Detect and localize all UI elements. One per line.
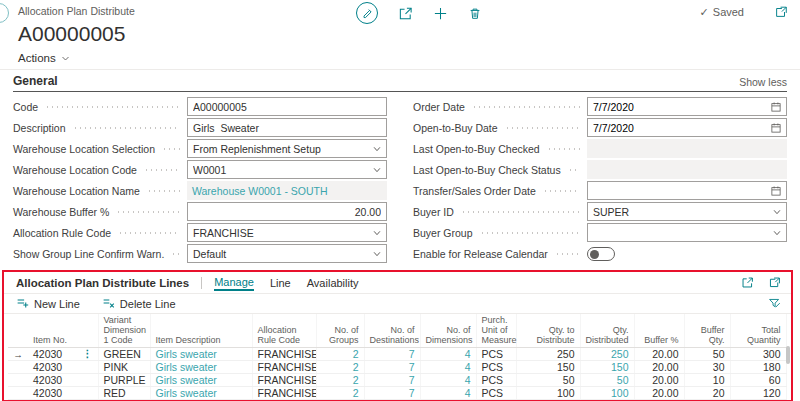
cell-buffer-qty[interactable]: 10	[684, 374, 730, 387]
cell-allocation-rule-code[interactable]: FRANCHISE	[252, 374, 316, 387]
column-header-no-of-dimensions[interactable]: No. of Dimensions	[420, 314, 476, 348]
calendar-icon[interactable]	[770, 122, 782, 134]
column-header-qty-distributed[interactable]: Qty. Distributed	[580, 314, 634, 348]
cell-total-quantity[interactable]: 180	[730, 361, 786, 374]
cell-purch-unit-of-measure[interactable]: PCS	[476, 374, 516, 387]
cell-no-of-destinations[interactable]: 7	[364, 361, 420, 374]
column-header-total-quantity[interactable]: Total Quantity	[730, 314, 786, 348]
cell-variant-dimension-1-code[interactable]: GREEN	[98, 348, 150, 361]
warehouse-location-name-link[interactable]: Warehouse W0001 - SOUTH	[192, 185, 328, 197]
column-header-allocation-rule-code[interactable]: Allocation Rule Code	[252, 314, 316, 348]
show-less-link[interactable]: Show less	[739, 76, 787, 91]
delete-line-button[interactable]: Delete Line	[102, 296, 176, 311]
cell-qty-distributed[interactable]: 50	[580, 374, 634, 387]
cell-no-of-dimensions[interactable]: 4	[420, 348, 476, 361]
open-to-buy-date-input[interactable]	[588, 122, 770, 134]
cell-variant-dimension-1-code[interactable]: RED	[98, 387, 150, 400]
cell-qty-to-distribute[interactable]: 100	[516, 387, 580, 400]
filter-icon[interactable]	[768, 297, 781, 310]
edit-button[interactable]	[356, 2, 378, 24]
buyer-id-select[interactable]: SUPER	[587, 202, 787, 221]
cell-no-of-groups[interactable]: 2	[316, 361, 364, 374]
cell-qty-distributed[interactable]: 150	[580, 361, 634, 374]
cell-allocation-rule-code[interactable]: FRANCHISE	[252, 348, 316, 361]
row-selector-cell[interactable]	[8, 387, 28, 400]
cell-total-quantity[interactable]: 60	[730, 374, 786, 387]
cell-total-quantity[interactable]: 120	[730, 387, 786, 400]
cell-no-of-dimensions[interactable]: 4	[420, 374, 476, 387]
cell-buffer-qty[interactable]: 50	[684, 348, 730, 361]
cell-variant-dimension-1-code[interactable]: PURPLE	[98, 374, 150, 387]
cell-no-of-destinations[interactable]: 7	[364, 348, 420, 361]
cell-item-description[interactable]: Girls sweater	[150, 374, 252, 387]
cell-item-description[interactable]: Girls sweater	[150, 348, 252, 361]
cell-item-description[interactable]: Girls sweater	[150, 361, 252, 374]
enable-for-release-calendar-toggle[interactable]	[587, 247, 615, 261]
general-section-title[interactable]: General	[13, 74, 58, 91]
cell-buffer-qty[interactable]: 30	[684, 361, 730, 374]
cell-item-description[interactable]: Girls sweater	[150, 387, 252, 400]
cell-no-of-groups[interactable]: 2	[316, 374, 364, 387]
description-input[interactable]	[187, 118, 387, 137]
cell-item-no[interactable]: 42030	[28, 387, 98, 400]
back-button[interactable]	[0, 3, 9, 23]
order-date-input[interactable]	[588, 101, 770, 113]
cell-variant-dimension-1-code[interactable]: PINK	[98, 361, 150, 374]
column-header-no-of-groups[interactable]: No. of Groups	[316, 314, 364, 348]
warehouse-location-selection-select[interactable]: From Replenishment Setup	[187, 139, 387, 158]
row-selector-cell[interactable]	[8, 361, 28, 374]
tab-manage[interactable]: Manage	[214, 274, 254, 291]
order-date-date-field[interactable]	[587, 97, 787, 116]
share-icon[interactable]	[398, 6, 413, 21]
row-options-icon[interactable]: ⋮	[83, 348, 93, 359]
share-icon[interactable]	[741, 276, 754, 289]
cell-buffer[interactable]: 20.00	[634, 387, 684, 400]
column-header-item-no[interactable]: Item No.	[28, 314, 98, 348]
expand-section-icon[interactable]	[768, 276, 781, 289]
cell-allocation-rule-code[interactable]: FRANCHISE	[252, 387, 316, 400]
cell-buffer-qty[interactable]: 20	[684, 387, 730, 400]
cell-total-quantity[interactable]: 300	[730, 348, 786, 361]
cell-allocation-rule-code[interactable]: FRANCHISE	[252, 361, 316, 374]
vertical-scrollbar[interactable]	[786, 346, 790, 364]
calendar-icon[interactable]	[770, 101, 782, 113]
column-header-buffer[interactable]: Buffer %	[634, 314, 684, 348]
cell-item-no[interactable]: 42030	[28, 361, 98, 374]
column-header-buffer-qty[interactable]: Buffer Qty.	[684, 314, 730, 348]
transfer-sales-order-date-input[interactable]	[588, 185, 770, 197]
warehouse-buffer-input[interactable]	[187, 202, 387, 221]
cell-buffer[interactable]: 20.00	[634, 348, 684, 361]
tab-availability[interactable]: Availability	[307, 275, 359, 290]
row-selector-cell[interactable]: →	[8, 348, 28, 361]
cell-no-of-dimensions[interactable]: 4	[420, 387, 476, 400]
cell-item-no[interactable]: 42030⋮	[28, 348, 98, 361]
cell-no-of-destinations[interactable]: 7	[364, 374, 420, 387]
column-header-item-description[interactable]: Item Description	[150, 314, 252, 348]
cell-purch-unit-of-measure[interactable]: PCS	[476, 348, 516, 361]
column-header-no-of-destinations[interactable]: No. of Destinations	[364, 314, 420, 348]
cell-item-no[interactable]: 42030	[28, 374, 98, 387]
cell-buffer[interactable]: 20.00	[634, 361, 684, 374]
calendar-icon[interactable]	[770, 185, 782, 197]
row-selector-cell[interactable]	[8, 374, 28, 387]
tab-line[interactable]: Line	[270, 275, 291, 290]
open-to-buy-date-date-field[interactable]	[587, 118, 787, 137]
actions-menu[interactable]: Actions	[18, 52, 70, 64]
delete-icon[interactable]	[468, 6, 482, 21]
cell-buffer[interactable]: 20.00	[634, 374, 684, 387]
cell-no-of-groups[interactable]: 2	[316, 348, 364, 361]
cell-no-of-groups[interactable]: 2	[316, 387, 364, 400]
column-header-variant-dimension-1-code[interactable]: Variant Dimension 1 Code	[98, 314, 150, 348]
cell-no-of-destinations[interactable]: 7	[364, 387, 420, 400]
column-header-qty-to-distribute[interactable]: Qty. to Distribute	[516, 314, 580, 348]
buyer-group-select[interactable]	[587, 223, 787, 242]
cell-purch-unit-of-measure[interactable]: PCS	[476, 361, 516, 374]
allocation-rule-code-select[interactable]: FRANCHISE	[187, 223, 387, 242]
cell-no-of-dimensions[interactable]: 4	[420, 361, 476, 374]
new-document-icon[interactable]	[433, 6, 448, 21]
show-group-line-confirm-warn-select[interactable]: Default	[187, 244, 387, 263]
cell-qty-to-distribute[interactable]: 250	[516, 348, 580, 361]
cell-qty-distributed[interactable]: 250	[580, 348, 634, 361]
new-line-button[interactable]: New Line	[16, 296, 80, 311]
expand-window-icon[interactable]	[774, 5, 788, 19]
